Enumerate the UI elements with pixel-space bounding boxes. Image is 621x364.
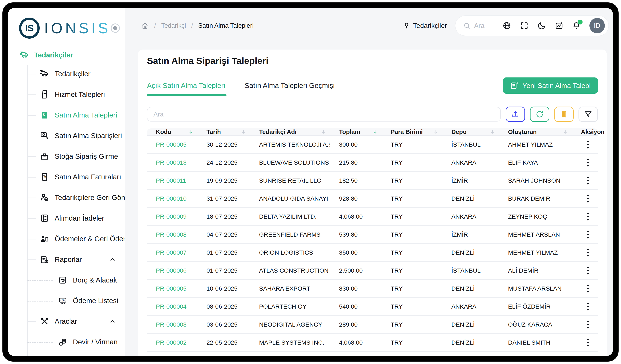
row-creator: ELİF ÖZDEMİR	[499, 303, 572, 310]
global-search-input[interactable]	[474, 22, 494, 30]
topbar: / Tedarikçi / Satın Alma Talepleri Tedar…	[125, 8, 613, 40]
sidebar-item-raporlar[interactable]: Raporlar	[27, 249, 125, 270]
chevron-up-icon	[109, 318, 116, 325]
column-header-olusturan[interactable]: Oluşturan	[499, 128, 572, 135]
sidebar-item-devir-virman[interactable]: Devir / Virman	[27, 332, 125, 352]
row-actions-menu-button[interactable]	[585, 157, 591, 168]
row-code-link[interactable]: PR-000005	[147, 141, 198, 148]
table-row: PR-00000408-06-2025POLARTECH OY540,00TRY…	[147, 298, 598, 316]
columns-toggle-button[interactable]	[554, 107, 574, 122]
row-warehouse: İSTANBUL	[443, 141, 499, 148]
sidebar-item-satin-alma-talepleri[interactable]: $ Satın Alma Talepleri	[27, 105, 125, 125]
row-code-link[interactable]: PR-000009	[147, 213, 198, 220]
table-header: Kodu Tarih Tedarikçi Adı Toplam Para Bir…	[147, 128, 598, 136]
column-header-tarih[interactable]: Tarih	[198, 128, 250, 135]
sidebar-item-alimdan-iadeler[interactable]: Alımdan İadeler	[27, 208, 125, 229]
tab-satin-alma-talepleri-gecmisi[interactable]: Satın Alma Talepleri Geçmişi	[245, 82, 335, 90]
tab-acik-satin-alma-talepleri[interactable]: Açık Satın Alma Talepleri	[147, 82, 225, 90]
row-actions-menu-button[interactable]	[585, 283, 591, 295]
new-purchase-request-button[interactable]: Yeni Satın Alma Talebi	[503, 77, 598, 94]
user-avatar[interactable]: ID	[589, 18, 605, 33]
row-actions-menu-button[interactable]	[585, 355, 591, 356]
filter-funnel-icon	[584, 110, 593, 119]
language-globe-button[interactable]	[502, 21, 511, 30]
row-actions	[572, 265, 600, 276]
column-header-para-birimi[interactable]: Para Birimi	[382, 128, 443, 135]
row-total: 539,80	[330, 231, 382, 238]
column-header-tedarikci-adi[interactable]: Tedarikçi Adı	[250, 128, 330, 135]
home-icon[interactable]	[141, 22, 149, 30]
row-actions-menu-button[interactable]	[585, 139, 591, 150]
row-actions-menu-button[interactable]	[585, 211, 591, 222]
sidebar-item-tedarikcilere-geri-gonder[interactable]: Tedarikçilere Geri Gönder	[27, 187, 125, 208]
row-code-link[interactable]: PR-000013	[147, 159, 198, 166]
sort-arrow-icon[interactable]	[489, 129, 496, 135]
sort-arrow-icon[interactable]	[241, 129, 246, 135]
sidebar-item-satin-alma-faturalari[interactable]: $ Satın Alma Faturaları	[27, 167, 125, 187]
export-button[interactable]	[506, 107, 525, 122]
global-search[interactable]	[463, 22, 494, 30]
row-code-link[interactable]: PR-000006	[147, 267, 198, 274]
refresh-icon	[535, 110, 544, 119]
pinned-page-shortcut[interactable]: Tedarikçiler	[403, 22, 447, 30]
refresh-button[interactable]	[530, 107, 549, 122]
column-header-toplam[interactable]: Toplam	[330, 128, 382, 135]
row-actions-menu-button[interactable]	[585, 229, 591, 240]
row-creator: AHMET YILMAZ	[499, 141, 572, 148]
sidebar-item-iceri-disari-aktar[interactable]: İçeri & Dışarı Aktar	[27, 352, 125, 356]
sidebar-item-odeme-listesi[interactable]: $ Ödeme Listesi	[27, 290, 125, 311]
row-code-link[interactable]: PR-000008	[147, 231, 198, 238]
row-actions-menu-button[interactable]	[585, 175, 591, 186]
sidebar-item-label: Alımdan İadeler	[55, 214, 104, 222]
column-header-kodu[interactable]: Kodu	[147, 128, 198, 135]
notifications-bell-button[interactable]	[572, 21, 581, 30]
filter-button[interactable]	[579, 107, 598, 122]
row-code-link[interactable]: PR-000003	[147, 321, 198, 328]
sidebar-item-hizmet-talepleri[interactable]: Hizmet Talepleri	[27, 84, 125, 105]
column-header-depo[interactable]: Depo	[443, 128, 499, 135]
sort-arrow-icon[interactable]	[562, 129, 568, 135]
sidebar-item-satin-alma-siparisleri[interactable]: Satın Alma Siparişleri	[27, 125, 125, 146]
row-total: 350,00	[330, 249, 382, 256]
row-warehouse: DENİZLİ	[443, 285, 499, 292]
sidebar-item-label: Raporlar	[55, 255, 82, 264]
table-search-input[interactable]	[147, 107, 501, 121]
row-actions-menu-button[interactable]	[585, 247, 591, 258]
breadcrumb-parent[interactable]: Tedarikçi	[161, 22, 186, 29]
row-actions-menu-button[interactable]	[585, 319, 591, 331]
notification-badge	[578, 20, 583, 24]
sidebar-item-araclar[interactable]: Araçlar	[27, 311, 125, 332]
row-actions-menu-button[interactable]	[585, 301, 591, 313]
row-actions-menu-button[interactable]	[585, 193, 591, 204]
sidebar-item-borc-alacak[interactable]: Borç & Alacak	[27, 270, 125, 290]
sort-arrow-icon[interactable]	[433, 129, 439, 135]
row-total: 928,80	[330, 195, 382, 202]
sidebar-collapse-toggle[interactable]	[111, 23, 120, 33]
sort-arrow-icon[interactable]	[372, 129, 378, 135]
row-code-link[interactable]: PR-000005	[147, 285, 198, 292]
row-code-link[interactable]: PR-000002	[147, 339, 198, 346]
sort-arrow-icon[interactable]	[320, 129, 327, 135]
row-date: 30-12-2025	[198, 141, 250, 148]
row-code-link[interactable]: PR-000007	[147, 249, 198, 256]
row-warehouse: İZMİR	[443, 177, 499, 184]
row-code-link[interactable]: PR-000011	[147, 177, 198, 184]
fullscreen-button[interactable]	[520, 21, 529, 30]
row-supplier: ATLAS CONSTRUCTION	[250, 267, 330, 274]
sidebar-item-tedarikciler[interactable]: Tedarikçiler	[27, 64, 125, 84]
activity-monitor-button[interactable]	[555, 21, 564, 30]
row-code-link[interactable]: PR-000004	[147, 303, 198, 310]
dark-mode-moon-button[interactable]	[537, 21, 546, 30]
row-actions-menu-button[interactable]	[585, 265, 591, 276]
sort-arrow-icon[interactable]	[188, 129, 194, 135]
row-warehouse: DENİZLİ	[443, 195, 499, 202]
row-supplier: MAPLE SYSTEMS INC.	[250, 339, 330, 346]
sidebar-section-header[interactable]: Tedarikçiler	[20, 50, 125, 60]
pin-icon	[403, 22, 410, 29]
sidebar-item-odemeler-geri-odeme[interactable]: Ödemeler & Geri Ödeme...	[27, 229, 125, 249]
row-code-link[interactable]: PR-000010	[147, 195, 198, 202]
row-total: 830,00	[330, 285, 382, 292]
row-creator: OĞUZ KARACA	[499, 321, 572, 328]
row-actions-menu-button[interactable]	[585, 337, 591, 348]
sidebar-item-stoga-siparis-girme[interactable]: Stoğa Sipariş Girme	[27, 146, 125, 167]
